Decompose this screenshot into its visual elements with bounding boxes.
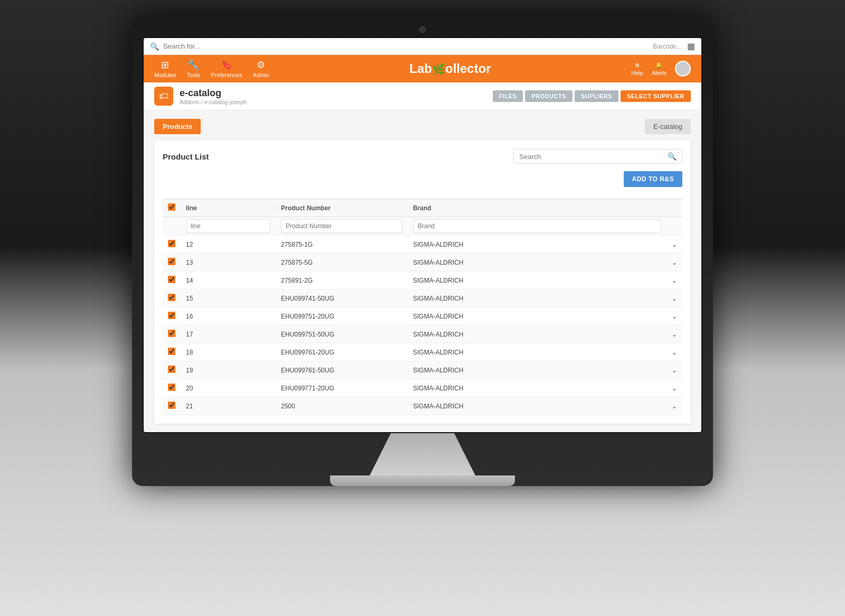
row-product-number: EHU099761-20UG <box>276 343 408 361</box>
row-check-cell <box>163 290 181 307</box>
select-all-checkbox[interactable] <box>168 203 175 211</box>
filter-row <box>163 217 682 236</box>
row-expand[interactable]: ⌄ <box>666 272 682 290</box>
row-line: 13 <box>181 254 276 272</box>
tab-select-supplier[interactable]: SELECT SUPPLIER <box>621 90 691 102</box>
row-brand: SIGMA-ALDRICH <box>408 325 666 343</box>
ecatalog-icon: 🏷 <box>159 91 168 102</box>
nav-admin[interactable]: ⚙ Admin <box>253 59 269 78</box>
modules-label: Modules <box>154 72 176 78</box>
row-product-number: 275875-1G <box>276 236 408 254</box>
row-expand[interactable]: ⌄ <box>666 254 682 272</box>
navbar: ⊞ Modules 🔧 Tools 🔖 Preferences ⚙ Admin <box>144 55 701 82</box>
row-check-cell <box>163 272 181 290</box>
row-checkbox[interactable] <box>168 294 175 301</box>
products-button[interactable]: Products <box>154 119 201 134</box>
app: 🔍 Barcode... ▦ ⊞ Modules 🔧 T <box>144 38 701 432</box>
table-row: 12 275875-1G SIGMA-ALDRICH ⌄ <box>163 236 682 254</box>
breadcrumb-bar: 🏷 e-catalog Addons / e-catalog joseph FI… <box>144 82 701 110</box>
row-checkbox[interactable] <box>168 330 175 337</box>
row-checkbox[interactable] <box>168 384 175 391</box>
row-checkbox[interactable] <box>168 312 175 319</box>
row-product-number: 2500 <box>276 397 408 415</box>
row-check-cell <box>163 379 181 397</box>
tab-products[interactable]: PRODUCTS <box>525 90 572 102</box>
top-search-icon: 🔍 <box>150 42 159 51</box>
preferences-label: Preferences <box>211 72 242 78</box>
nav-tools[interactable]: 🔧 Tools <box>187 59 201 78</box>
row-brand: SIGMA-ALDRICH <box>408 272 666 290</box>
monitor: 🔍 Barcode... ▦ ⊞ Modules 🔧 T <box>132 16 713 486</box>
nav-help[interactable]: ⊗ Help <box>631 62 643 76</box>
row-check-cell <box>163 307 181 325</box>
table-row: 19 EHU099761-50UG SIGMA-ALDRICH ⌄ <box>163 361 682 379</box>
table-row: 21 2500 SIGMA-ALDRICH ⌄ <box>163 397 682 415</box>
camera <box>419 26 426 33</box>
row-expand[interactable]: ⌄ <box>666 397 682 415</box>
top-search-left: 🔍 <box>150 42 653 51</box>
row-checkbox[interactable] <box>168 258 175 265</box>
row-expand[interactable]: ⌄ <box>666 290 682 307</box>
ecatalog-button[interactable]: E-catalog <box>645 119 691 134</box>
row-checkbox[interactable] <box>168 240 175 247</box>
tools-icon: 🔧 <box>187 59 199 71</box>
help-label: Help <box>631 70 643 76</box>
row-checkbox[interactable] <box>168 366 175 373</box>
avatar[interactable] <box>675 61 691 77</box>
row-line: 12 <box>181 236 276 254</box>
row-check-cell <box>163 254 181 272</box>
row-line: 17 <box>181 325 276 343</box>
table-row: 18 EHU099761-20UG SIGMA-ALDRICH ⌄ <box>163 343 682 361</box>
row-line: 14 <box>181 272 276 290</box>
row-brand: SIGMA-ALDRICH <box>408 254 666 272</box>
filter-product-cell <box>276 217 408 236</box>
filter-product-input[interactable] <box>281 219 402 233</box>
row-check-cell <box>163 325 181 343</box>
tab-files[interactable]: FILES <box>493 90 523 102</box>
nav-preferences[interactable]: 🔖 Preferences <box>211 59 242 78</box>
row-brand: SIGMA-ALDRICH <box>408 379 666 397</box>
row-brand: SIGMA-ALDRICH <box>408 307 666 325</box>
row-brand: SIGMA-ALDRICH <box>408 361 666 379</box>
row-expand[interactable]: ⌄ <box>666 307 682 325</box>
nav-modules[interactable]: ⊞ Modules <box>154 59 176 78</box>
row-checkbox[interactable] <box>168 348 175 355</box>
row-line: 16 <box>181 307 276 325</box>
table-row: 15 EHU099741-50UG SIGMA-ALDRICH ⌄ <box>163 290 682 307</box>
row-expand[interactable]: ⌄ <box>666 361 682 379</box>
preferences-icon: 🔖 <box>221 59 232 71</box>
app-logo: Lab🌿ollector <box>269 61 631 76</box>
row-checkbox[interactable] <box>168 276 175 283</box>
row-line: 19 <box>181 361 276 379</box>
filter-brand-cell <box>408 217 666 236</box>
top-bar-right: Barcode... ▦ <box>653 41 695 51</box>
product-list-header: Product List 🔍 <box>163 149 682 164</box>
filter-expand-cell <box>666 217 682 236</box>
row-brand: SIGMA-ALDRICH <box>408 236 666 254</box>
top-search-input[interactable] <box>163 42 653 50</box>
logo-leaf: 🌿 <box>432 63 445 75</box>
filter-brand-input[interactable] <box>413 219 661 233</box>
nav-alerts[interactable]: 🔔 Alerts <box>652 62 666 76</box>
tab-supliers[interactable]: SUPLIERS <box>575 90 618 102</box>
filter-check-cell <box>163 217 181 236</box>
add-to-rs-button[interactable]: ADD TO R&S <box>624 171 682 187</box>
product-search-input[interactable] <box>519 153 668 161</box>
row-check-cell <box>163 343 181 361</box>
row-expand[interactable]: ⌄ <box>666 236 682 254</box>
row-line: 15 <box>181 290 276 307</box>
breadcrumb-title: e-catalog <box>180 88 247 99</box>
admin-label: Admin <box>253 72 269 78</box>
row-expand[interactable]: ⌄ <box>666 325 682 343</box>
row-checkbox[interactable] <box>168 402 175 409</box>
filter-line-input[interactable] <box>186 219 270 233</box>
row-product-number: 275891-2G <box>276 272 408 290</box>
product-search-bar: 🔍 <box>513 149 682 164</box>
breadcrumb-left: 🏷 e-catalog Addons / e-catalog joseph <box>154 87 247 106</box>
toolbar-row: Products E-catalog <box>154 119 691 134</box>
add-btn-row: ADD TO R&S <box>163 171 682 193</box>
row-line: 21 <box>181 397 276 415</box>
barcode-icon: ▦ <box>687 41 695 51</box>
row-expand[interactable]: ⌄ <box>666 343 682 361</box>
row-expand[interactable]: ⌄ <box>666 379 682 397</box>
